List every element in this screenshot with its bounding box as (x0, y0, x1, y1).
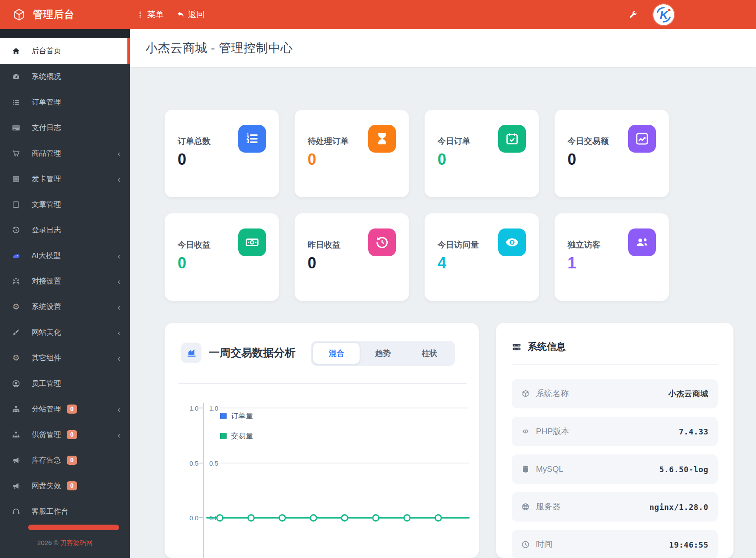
count-badge: 0 (67, 430, 77, 439)
stat-card-today-visits[interactable]: 今日访问量 4 (425, 213, 539, 301)
row-value: nginx/1.28.0 (649, 503, 708, 512)
sidebar-item-label: 订单管理 (32, 97, 61, 107)
sidebar-item-label: 系统概况 (32, 72, 61, 82)
gear-icon: ⚙ (12, 303, 20, 311)
y-axis-tick: 0.5 (178, 460, 198, 467)
clock-icon (521, 540, 530, 549)
sidebar-item-payment-log[interactable]: 支付日志 (0, 115, 130, 140)
legend-label: 订单量 (231, 411, 253, 421)
sidebar-item-label: 员工管理 (32, 379, 61, 388)
credit-card-icon (12, 124, 20, 132)
hourglass-icon (368, 125, 396, 153)
row-label: MySQL (536, 464, 563, 474)
count-badge: 0 (67, 456, 77, 465)
system-row-mysql: MySQL 5.6.50-log (512, 454, 718, 484)
y-axis2-tick: 1.0 (209, 405, 218, 412)
stat-value: 0 (568, 150, 669, 169)
menu-toggle-button[interactable]: 菜单 (136, 9, 164, 20)
weekly-chart-panel: 一周交易数据分析 混合 趋势 柱状 1.0 0.5 0.0 (165, 323, 479, 558)
svg-text:3: 3 (247, 139, 249, 144)
page-title: 小杰云商城 - 管理控制中心 (146, 40, 293, 56)
row-label: 系统名称 (536, 388, 569, 399)
sidebar-item-site-beautify[interactable]: 网站美化 ‹ (0, 320, 130, 345)
app-brand[interactable]: 管理后台 (0, 8, 130, 22)
top-bar: 管理后台 菜单 返回 K (0, 0, 756, 29)
sidebar-item-low-stock[interactable]: 库存告急 0 (0, 447, 130, 473)
sidebar-item-staff[interactable]: 员工管理 (0, 371, 130, 396)
sidebar-item-integration[interactable]: 对接设置 ‹ (0, 268, 130, 294)
top-menu: 菜单 返回 (136, 9, 204, 20)
stat-card-total-orders[interactable]: 订单总数 0 123 (165, 110, 279, 197)
sidebar-item-support-desk[interactable]: 客服工作台 (0, 499, 130, 524)
wrench-icon[interactable] (628, 10, 638, 20)
stat-value: 1 (568, 254, 669, 272)
main-area: 小杰云商城 - 管理控制中心 订单总数 0 123 待处理订单 0 今日订单 0… (130, 29, 756, 558)
copyright-text: 2026 © (37, 539, 60, 546)
y-axis-tick: 1.0 (178, 405, 198, 412)
tab-trend[interactable]: 趋势 (360, 343, 406, 364)
sidebar-item-ai-model[interactable]: AI大模型 ‹ (0, 243, 130, 268)
tick-mark (199, 463, 203, 463)
sidebar-scrollbar[interactable] (28, 525, 119, 530)
topbar-right: K (628, 4, 756, 25)
bottom-row: 一周交易数据分析 混合 趋势 柱状 1.0 0.5 0.0 (165, 323, 756, 558)
row-value: 5.6.50-log (659, 465, 708, 474)
row-value: 19:46:55 (669, 540, 708, 549)
sidebar-item-label: 支付日志 (32, 123, 61, 133)
stat-card-pending-orders[interactable]: 待处理订单 0 (295, 110, 409, 197)
users-icon (628, 228, 656, 256)
stat-card-unique-visitors[interactable]: 独立访客 1 (555, 213, 669, 301)
chart-plot: 1.0 0.5 0.0 1.0 0.5 0.0 订单量 (165, 384, 479, 558)
sidebar-item-label: 分站管理 (32, 404, 61, 414)
tab-mixed[interactable]: 混合 (313, 343, 360, 364)
calendar-check-icon (498, 125, 526, 153)
chevron-left-icon: ‹ (117, 405, 120, 414)
cart-icon (12, 149, 20, 158)
list-icon (12, 98, 20, 107)
footer-site-link[interactable]: 刀客源码网 (60, 539, 93, 546)
sidebar-item-articles[interactable]: 文章管理 (0, 192, 130, 217)
data-point-marker (372, 514, 380, 522)
legend-swatch-green (220, 433, 227, 439)
row-value: 7.4.33 (679, 427, 708, 436)
stat-card-today-volume[interactable]: 今日交易额 0 (555, 110, 669, 197)
app-title: 管理后台 (33, 8, 75, 21)
sidebar-item-login-log[interactable]: 登录日志 (0, 217, 130, 243)
sidebar-item-label: 供货管理 (32, 430, 61, 440)
sidebar-top-strip (0, 29, 130, 38)
stat-card-yesterday-earnings[interactable]: 昨日收益 0 (295, 213, 409, 301)
sidebar-item-label: 后台首页 (32, 46, 61, 56)
sidebar-item-card-issuing[interactable]: 发卡管理 ‹ (0, 166, 130, 192)
sidebar-item-substations[interactable]: 分站管理 0 ‹ (0, 396, 130, 422)
chevron-left-icon: ‹ (117, 303, 120, 311)
tick-mark (199, 517, 203, 518)
sidebar-item-other-components[interactable]: ⚙ 其它组件 ‹ (0, 345, 130, 371)
sidebar-item-home[interactable]: 后台首页 (0, 38, 130, 64)
y-axis2-tick: 0.5 (209, 460, 218, 467)
code-icon (521, 427, 530, 436)
sidebar-item-system-overview[interactable]: 系统概况 (0, 64, 130, 89)
stat-card-today-orders[interactable]: 今日订单 0 (425, 110, 539, 197)
tab-bar[interactable]: 柱状 (406, 343, 453, 364)
chart-header: 一周交易数据分析 混合 趋势 柱状 (165, 323, 479, 383)
legend-label: 交易量 (231, 431, 253, 441)
series-line (206, 517, 470, 519)
home-icon (12, 47, 20, 55)
legend-orders[interactable]: 订单量 (220, 411, 253, 421)
database-icon (521, 465, 530, 473)
sidebar-item-dead-links[interactable]: 网盘失效 0 (0, 473, 130, 499)
sidebar-item-system-settings[interactable]: ⚙ 系统设置 ‹ (0, 294, 130, 320)
back-button[interactable]: 返回 (177, 9, 204, 20)
sidebar-item-suppliers[interactable]: 供货管理 0 ‹ (0, 422, 130, 447)
sidebar-item-orders[interactable]: 订单管理 (0, 89, 130, 115)
gears-icon: ⚙ (12, 354, 20, 362)
money-bill-icon (238, 228, 266, 256)
stat-card-today-earnings[interactable]: 今日收益 0 (165, 213, 279, 301)
avatar[interactable]: K (653, 4, 674, 25)
legend-volume[interactable]: 交易量 (220, 431, 253, 441)
sidebar-item-products[interactable]: 商品管理 ‹ (0, 140, 130, 166)
data-point-marker (310, 514, 317, 522)
sidebar-item-label: AI大模型 (32, 251, 61, 261)
sidebar-item-label: 文章管理 (32, 199, 61, 209)
whale-icon (12, 251, 20, 260)
